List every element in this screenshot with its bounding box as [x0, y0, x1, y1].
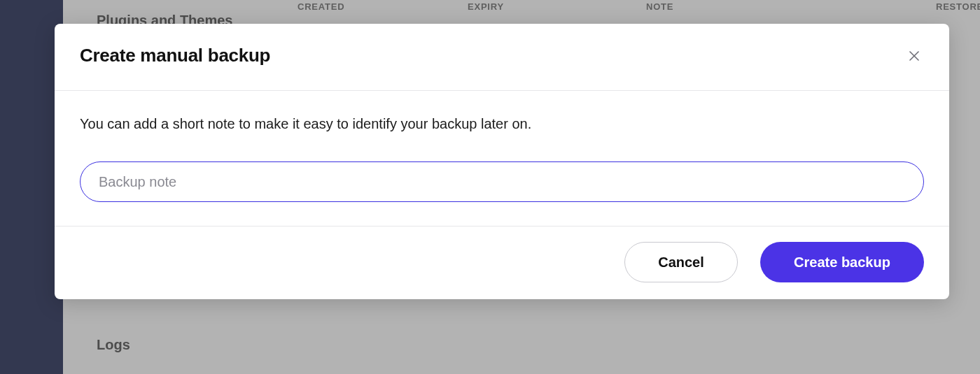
create-backup-modal: Create manual backup You can add a short…: [55, 24, 949, 299]
modal-body: You can add a short note to make it easy…: [55, 91, 949, 226]
modal-description: You can add a short note to make it easy…: [80, 116, 924, 132]
close-icon: [909, 50, 920, 62]
modal-header: Create manual backup: [55, 24, 949, 91]
backup-note-input[interactable]: [80, 161, 924, 202]
modal-footer: Cancel Create backup: [55, 226, 949, 299]
create-backup-button[interactable]: Create backup: [760, 242, 924, 282]
cancel-button[interactable]: Cancel: [624, 242, 738, 282]
close-button[interactable]: [904, 46, 924, 66]
modal-title: Create manual backup: [80, 45, 270, 66]
